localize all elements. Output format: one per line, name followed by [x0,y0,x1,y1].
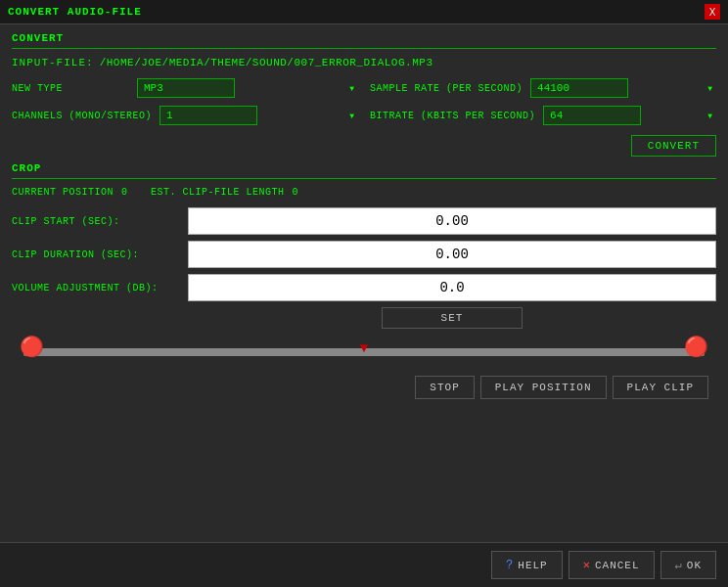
convert-button[interactable]: CONVERT [631,135,716,157]
bitrate-dropdown-wrapper: 64 128 192 256 320 [543,106,716,125]
ok-button[interactable]: ↵ OK [660,551,716,579]
convert-section-label: CONVERT [12,32,716,44]
slider-section: 🔴 ▼ 🔴 [12,348,716,356]
help-icon: ? [506,559,514,572]
ok-label: OK [687,560,702,571]
channels-dropdown[interactable]: 1 2 [159,106,257,125]
convert-button-row: CONVERT [12,133,716,157]
sample-rate-group: SAMPLE RATE (PER SECOND) 44100 22050 110… [370,78,716,98]
stop-button[interactable]: STOP [415,376,474,399]
sample-rate-label: SAMPLE RATE (PER SECOND) [370,83,523,94]
bottom-bar: ? HELP ✕ CANCEL ↵ OK [0,542,728,587]
close-button[interactable]: X [705,4,720,20]
volume-adjustment-row: VOLUME ADJUSTMENT (DB): [12,274,716,301]
playback-row: STOP PLAY POSITION PLAY CLIP [12,376,716,399]
slider-right-marker: 🔴 [684,335,708,359]
channels-group: CHANNELS (MONO/STEREO) 1 2 [12,106,358,125]
sample-rate-dropdown[interactable]: 44100 22050 11025 8000 [530,78,628,98]
set-button[interactable]: SET [382,307,523,329]
ok-icon: ↵ [675,558,683,572]
volume-adjustment-input[interactable] [188,274,716,301]
cancel-label: CANCEL [595,560,640,571]
channels-label: CHANNELS (MONO/STEREO) [12,111,152,121]
input-file-path: /HOME/JOE/MEDIA/THEME/SOUND/007_ERROR_DI… [100,57,433,68]
input-file-label: INPUT-FILE: [12,57,94,68]
current-position-label: CURRENT POSITION [12,187,114,198]
slider-center-marker: ▼ [360,340,368,356]
clip-duration-label: CLIP DURATION (SEC): [12,249,188,260]
crop-info-row: CURRENT POSITION 0 EST. CLIP-FILE LENGTH… [12,187,716,198]
new-type-label: NEW TYPE [12,83,129,94]
slider-left-marker: 🔴 [20,335,44,359]
help-label: HELP [518,560,547,571]
type-sample-row: NEW TYPE MP3 OGG WAV FLAC SAMPLE RATE (P… [12,78,716,98]
bitrate-group: BITRATE (KBITS PER SECOND) 64 128 192 25… [370,106,716,125]
new-type-dropdown-wrapper: MP3 OGG WAV FLAC [137,78,358,98]
set-button-row: SET [188,307,716,329]
play-position-button[interactable]: PLAY POSITION [480,376,607,399]
slider-track[interactable]: 🔴 ▼ 🔴 [23,348,705,356]
window-title: CONVERT AUDIO-FILE [8,6,142,18]
main-content: CONVERT INPUT-FILE: /HOME/JOE/MEDIA/THEM… [0,24,728,415]
sample-rate-dropdown-wrapper: 44100 22050 11025 8000 [530,78,716,98]
clip-start-input[interactable] [188,207,716,235]
volume-adjustment-label: VOLUME ADJUSTMENT (DB): [12,283,188,294]
title-bar: CONVERT AUDIO-FILE X [0,0,728,24]
convert-divider [12,48,716,49]
crop-section: CROP CURRENT POSITION 0 EST. CLIP-FILE L… [12,162,716,329]
new-type-dropdown[interactable]: MP3 OGG WAV FLAC [137,78,235,98]
channels-bitrate-row: CHANNELS (MONO/STEREO) 1 2 BITRATE (KBIT… [12,106,716,125]
crop-section-label: CROP [12,162,716,174]
input-file-row: INPUT-FILE: /HOME/JOE/MEDIA/THEME/SOUND/… [12,57,716,68]
help-button[interactable]: ? HELP [491,551,563,579]
bitrate-dropdown[interactable]: 64 128 192 256 320 [543,106,641,125]
clip-duration-row: CLIP DURATION (SEC): [12,241,716,268]
cancel-icon: ✕ [583,558,591,572]
crop-divider [12,178,716,179]
clip-start-row: CLIP START (SEC): [12,207,716,235]
play-clip-button[interactable]: PLAY CLIP [613,376,708,399]
clip-start-label: CLIP START (SEC): [12,216,188,227]
bitrate-label: BITRATE (KBITS PER SECOND) [370,111,535,121]
cancel-button[interactable]: ✕ CANCEL [569,551,655,579]
current-position-item: CURRENT POSITION 0 [12,187,127,198]
clip-duration-input[interactable] [188,241,716,268]
est-clip-label: EST. CLIP-FILE LENGTH [151,187,285,198]
channels-dropdown-wrapper: 1 2 [159,106,358,125]
est-clip-item: EST. CLIP-FILE LENGTH 0 [151,187,298,198]
new-type-group: NEW TYPE MP3 OGG WAV FLAC [12,78,358,98]
est-clip-value: 0 [293,187,298,198]
current-position-value: 0 [121,187,127,198]
